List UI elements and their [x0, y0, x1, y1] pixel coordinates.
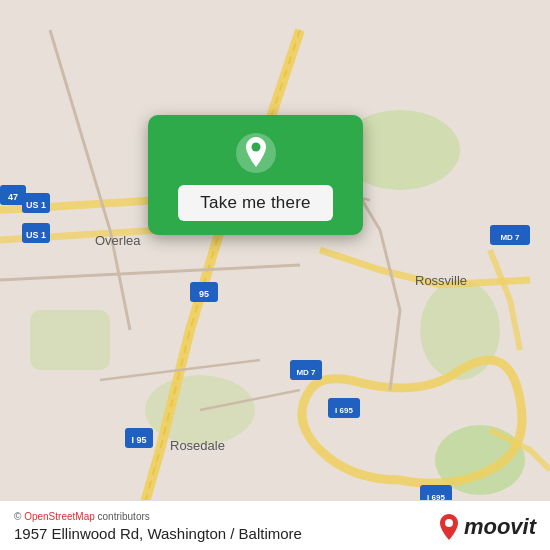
bottom-left-info: © OpenStreetMap contributors 1957 Ellinw… — [14, 511, 302, 542]
address-label: 1957 Ellinwood Rd, Washington / Baltimor… — [14, 525, 302, 542]
svg-text:95: 95 — [199, 289, 209, 299]
take-me-there-button[interactable]: Take me there — [178, 185, 332, 221]
map-svg: 95 I 95 I 695 I 695 US 1 US 1 MD 7 MD 7 … — [0, 0, 550, 550]
svg-point-28 — [445, 519, 453, 527]
bottom-bar: © OpenStreetMap contributors 1957 Ellinw… — [0, 500, 550, 550]
svg-text:US 1: US 1 — [26, 230, 46, 240]
location-pin-icon — [234, 131, 278, 175]
svg-text:I 95: I 95 — [131, 435, 146, 445]
moovit-logo: moovit — [438, 513, 536, 541]
osm-prefix: © — [14, 511, 24, 522]
svg-text:Rossville: Rossville — [415, 273, 467, 288]
svg-text:MD 7: MD 7 — [500, 233, 520, 242]
map-container: 95 I 95 I 695 I 695 US 1 US 1 MD 7 MD 7 … — [0, 0, 550, 550]
popup-card: Take me there — [148, 115, 363, 235]
svg-text:47: 47 — [8, 192, 18, 202]
osm-attribution: © OpenStreetMap contributors — [14, 511, 302, 522]
svg-point-27 — [251, 143, 260, 152]
svg-text:I 695: I 695 — [335, 406, 353, 415]
moovit-pin-icon — [438, 513, 460, 541]
osm-suffix: contributors — [95, 511, 150, 522]
osm-link[interactable]: OpenStreetMap — [24, 511, 95, 522]
svg-rect-2 — [30, 310, 110, 370]
svg-text:Rosedale: Rosedale — [170, 438, 225, 453]
svg-text:MD 7: MD 7 — [296, 368, 316, 377]
svg-text:Overlea: Overlea — [95, 233, 141, 248]
svg-text:US 1: US 1 — [26, 200, 46, 210]
moovit-text: moovit — [464, 514, 536, 540]
